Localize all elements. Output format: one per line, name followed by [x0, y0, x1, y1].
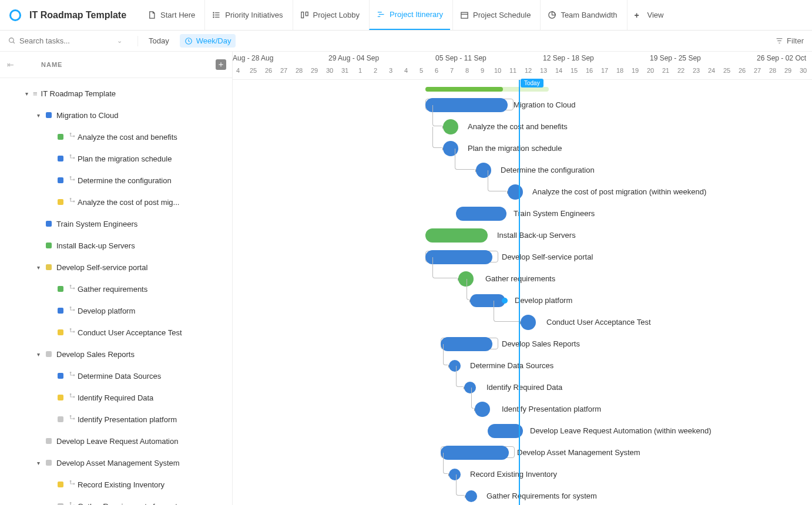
- caret-icon[interactable]: ▾: [24, 90, 29, 97]
- status-icon: [45, 437, 53, 445]
- task-row[interactable]: Analyze the cost of post mig...: [0, 191, 232, 213]
- toolbar: ⌄ Today Week/Day Filter: [0, 31, 812, 52]
- gantt-row: Plan the migration schedule: [233, 137, 812, 159]
- task-bar[interactable]: [488, 424, 523, 438]
- task-bar[interactable]: [458, 271, 474, 287]
- weekday-toggle[interactable]: Week/Day: [180, 34, 236, 48]
- tab-schedule[interactable]: Project Schedule: [452, 0, 538, 30]
- svg-point-4: [213, 15, 214, 15]
- task-row[interactable]: ▾Develop Sales Reports: [0, 344, 232, 365]
- day-cell: 23: [689, 67, 704, 74]
- task-label: Develop platform: [78, 307, 135, 315]
- tab-itinerary[interactable]: Project Itinerary: [369, 0, 450, 30]
- task-row[interactable]: ▾Migration to Cloud: [0, 105, 232, 126]
- status-icon: [56, 372, 65, 380]
- task-label: Identify Presentation platform: [78, 415, 177, 424]
- task-row[interactable]: ▾Develop Asset Management System: [0, 452, 232, 474]
- task-row[interactable]: Install Back-up Servers: [0, 235, 232, 257]
- svg-point-39: [70, 502, 71, 503]
- task-row[interactable]: Determine Data Sources: [0, 365, 232, 387]
- task-bar[interactable]: [441, 337, 492, 351]
- task-row[interactable]: Develop Leave Request Automation: [0, 430, 232, 452]
- task-row[interactable]: Train System Engineers: [0, 213, 232, 235]
- status-icon: [45, 263, 53, 271]
- caret-icon[interactable]: ▾: [35, 112, 41, 119]
- gantt-row: Conduct User Acceptance Test: [233, 311, 812, 333]
- header: IT Roadmap Template Start HerePriority I…: [0, 0, 812, 31]
- add-task-button[interactable]: ＋: [216, 59, 226, 70]
- gantt-bar-label: Train System Engineers: [514, 209, 595, 218]
- search-dropdown-icon[interactable]: ⌄: [117, 37, 122, 45]
- task-label: Develop Leave Request Automation: [56, 437, 178, 446]
- task-row[interactable]: Identify Presentation platform: [0, 409, 232, 430]
- day-cell: 18: [612, 67, 628, 74]
- task-bar[interactable]: [425, 228, 488, 243]
- tab-priority[interactable]: Priority Initiatives: [204, 0, 290, 30]
- today-button[interactable]: Today: [144, 34, 174, 48]
- caret-icon[interactable]: ▾: [35, 460, 41, 466]
- task-bar[interactable]: [465, 490, 477, 502]
- dependency-connector: [443, 344, 448, 365]
- task-row[interactable]: Gather requirements: [0, 278, 232, 300]
- task-label: Conduct User Acceptance Test: [78, 328, 182, 337]
- progress-fill: [425, 87, 503, 92]
- svg-point-14: [9, 38, 14, 43]
- task-row[interactable]: Identify Required Data: [0, 387, 232, 409]
- task-bar[interactable]: [464, 382, 476, 393]
- timeline-header: Aug - 28 Aug29 Aug - 04 Sep05 Sep - 11 S…: [233, 52, 812, 80]
- caret-icon[interactable]: ▾: [35, 264, 41, 271]
- task-row[interactable]: Analyze the cost and benefits: [0, 126, 232, 148]
- filter-icon: [776, 37, 783, 45]
- svg-point-33: [70, 393, 71, 395]
- task-row[interactable]: Determine the configuration: [0, 170, 232, 191]
- task-bar[interactable]: [475, 402, 490, 417]
- gantt-bar-label: Develop Self-service portal: [502, 253, 593, 261]
- svg-point-35: [70, 415, 71, 416]
- tab-addview[interactable]: +View: [627, 0, 671, 30]
- caret-icon[interactable]: ▾: [35, 351, 41, 358]
- task-bar[interactable]: [508, 184, 523, 200]
- gantt-row: Analyze the cost of post migration (with…: [233, 181, 812, 203]
- gantt-bar-label: Develop Sales Reports: [502, 339, 580, 348]
- gantt-row: Determine Data Sources: [233, 355, 812, 376]
- task-row[interactable]: Record Existing Inventory: [0, 474, 232, 496]
- subtask-icon: [68, 328, 78, 338]
- status-icon: [56, 285, 65, 293]
- svg-point-31: [70, 372, 71, 373]
- day-cell: 9: [475, 67, 490, 74]
- app-logo[interactable]: [9, 9, 21, 21]
- day-cell: 7: [444, 67, 459, 74]
- tab-lobby[interactable]: Project Lobby: [293, 0, 367, 30]
- dependency-connector: [494, 301, 519, 322]
- task-row[interactable]: Gather Requirements for syst...: [0, 496, 232, 505]
- gantt-row: Develop Self-service portal: [233, 246, 812, 268]
- subtask-icon: [68, 415, 78, 425]
- task-panel-header: ⇤ NAME ＋: [0, 52, 232, 78]
- task-row[interactable]: Plan the migration schedule: [0, 148, 232, 170]
- search-input[interactable]: [19, 36, 113, 45]
- board-icon: [300, 11, 309, 19]
- tab-label: Start Here: [160, 11, 195, 19]
- task-row[interactable]: ▾≡IT Roadmap Template: [0, 83, 232, 105]
- list-icon: [212, 11, 221, 19]
- tab-bandwidth[interactable]: Team Bandwidth: [540, 0, 624, 30]
- status-icon: [56, 154, 65, 163]
- dependency-connector: [488, 170, 506, 191]
- task-bar[interactable]: [443, 119, 458, 134]
- task-bar[interactable]: [441, 446, 509, 460]
- svg-rect-6: [301, 12, 303, 18]
- task-row[interactable]: Conduct User Acceptance Test: [0, 322, 232, 344]
- gantt-bar-label: Record Existing Inventory: [470, 470, 557, 479]
- divider: [137, 36, 138, 46]
- tab-start-here[interactable]: Start Here: [140, 0, 202, 30]
- task-row[interactable]: Develop platform: [0, 300, 232, 322]
- gantt-bar-label: Develop platform: [515, 296, 572, 305]
- task-bar[interactable]: [456, 207, 506, 221]
- task-row[interactable]: ▾Develop Self-service portal: [0, 257, 232, 278]
- gantt-row: Develop Leave Request Automation (within…: [233, 420, 812, 442]
- task-bar[interactable]: [521, 315, 536, 330]
- day-cell: 27: [750, 67, 765, 74]
- collapse-panel-icon[interactable]: ⇤: [7, 60, 14, 69]
- filter-button[interactable]: Filter: [776, 36, 804, 45]
- gantt-body: Today Migration to CloudAnalyze the cost…: [233, 80, 812, 505]
